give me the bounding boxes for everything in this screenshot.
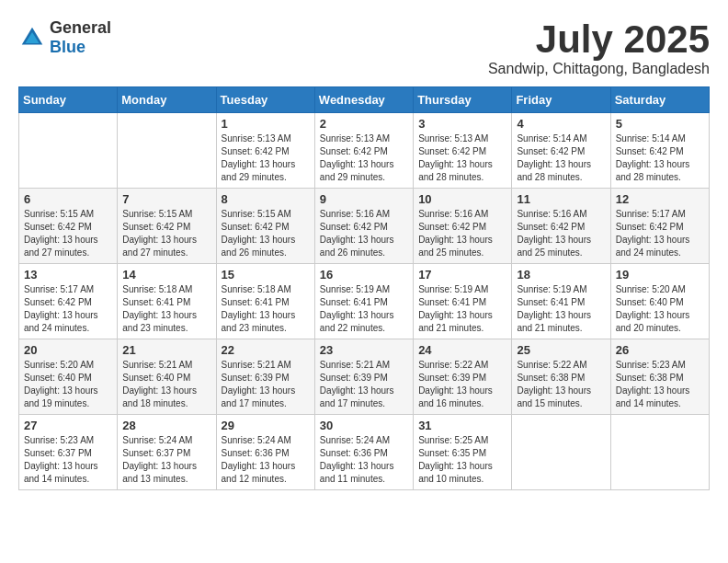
calendar-cell: 28Sunrise: 5:24 AM Sunset: 6:37 PM Dayli… (118, 415, 216, 490)
day-number: 7 (122, 192, 210, 206)
day-info: Sunrise: 5:16 AM Sunset: 6:42 PM Dayligh… (517, 208, 605, 259)
day-info: Sunrise: 5:24 AM Sunset: 6:36 PM Dayligh… (222, 434, 310, 486)
calendar-week-row: 1Sunrise: 5:13 AM Sunset: 6:42 PM Daylig… (19, 113, 710, 189)
location-text: Sandwip, Chittagong, Bangladesh (488, 61, 710, 77)
day-info: Sunrise: 5:13 AM Sunset: 6:42 PM Dayligh… (418, 132, 506, 184)
day-info: Sunrise: 5:20 AM Sunset: 6:40 PM Dayligh… (616, 283, 704, 335)
logo-icon (18, 24, 46, 52)
day-number: 4 (517, 117, 605, 131)
day-number: 3 (418, 117, 506, 131)
calendar-cell: 10Sunrise: 5:16 AM Sunset: 6:42 PM Dayli… (414, 189, 512, 264)
weekday-header-wednesday: Wednesday (314, 87, 413, 113)
day-number: 17 (418, 268, 506, 282)
day-number: 9 (320, 192, 408, 206)
calendar-cell: 12Sunrise: 5:17 AM Sunset: 6:42 PM Dayli… (610, 189, 709, 264)
day-info: Sunrise: 5:16 AM Sunset: 6:42 PM Dayligh… (320, 208, 408, 259)
weekday-header-row: SundayMondayTuesdayWednesdayThursdayFrid… (19, 87, 710, 113)
day-info: Sunrise: 5:20 AM Sunset: 6:40 PM Dayligh… (24, 359, 112, 410)
calendar-cell (512, 415, 610, 490)
day-number: 18 (517, 268, 605, 282)
calendar-cell: 31Sunrise: 5:25 AM Sunset: 6:35 PM Dayli… (414, 415, 512, 490)
day-number: 12 (616, 192, 704, 206)
month-year-title: July 2025 (488, 18, 710, 61)
calendar-cell: 1Sunrise: 5:13 AM Sunset: 6:42 PM Daylig… (216, 113, 314, 189)
day-number: 29 (222, 419, 310, 432)
day-number: 14 (122, 268, 210, 282)
day-number: 27 (24, 419, 112, 432)
day-info: Sunrise: 5:19 AM Sunset: 6:41 PM Dayligh… (320, 283, 408, 335)
day-number: 10 (418, 192, 506, 206)
calendar-cell: 23Sunrise: 5:21 AM Sunset: 6:39 PM Dayli… (314, 339, 413, 415)
day-info: Sunrise: 5:13 AM Sunset: 6:42 PM Dayligh… (320, 132, 408, 184)
day-info: Sunrise: 5:21 AM Sunset: 6:39 PM Dayligh… (222, 359, 310, 410)
day-number: 21 (122, 343, 210, 357)
day-number: 11 (517, 192, 605, 206)
day-number: 25 (517, 343, 605, 357)
calendar-cell: 20Sunrise: 5:20 AM Sunset: 6:40 PM Dayli… (19, 339, 118, 415)
day-info: Sunrise: 5:24 AM Sunset: 6:37 PM Dayligh… (122, 434, 210, 486)
calendar-cell: 19Sunrise: 5:20 AM Sunset: 6:40 PM Dayli… (610, 264, 709, 339)
day-info: Sunrise: 5:19 AM Sunset: 6:41 PM Dayligh… (517, 283, 605, 335)
calendar-cell: 11Sunrise: 5:16 AM Sunset: 6:42 PM Dayli… (512, 189, 610, 264)
calendar-cell: 2Sunrise: 5:13 AM Sunset: 6:42 PM Daylig… (314, 113, 413, 189)
day-info: Sunrise: 5:17 AM Sunset: 6:42 PM Dayligh… (24, 283, 112, 335)
day-number: 15 (222, 268, 310, 282)
calendar-cell: 29Sunrise: 5:24 AM Sunset: 6:36 PM Dayli… (216, 415, 314, 490)
day-number: 30 (320, 419, 408, 432)
day-number: 19 (616, 268, 704, 282)
day-info: Sunrise: 5:25 AM Sunset: 6:35 PM Dayligh… (418, 434, 506, 486)
calendar-cell: 9Sunrise: 5:16 AM Sunset: 6:42 PM Daylig… (314, 189, 413, 264)
weekday-header-monday: Monday (118, 87, 216, 113)
day-info: Sunrise: 5:23 AM Sunset: 6:38 PM Dayligh… (616, 359, 704, 410)
calendar-cell: 25Sunrise: 5:22 AM Sunset: 6:38 PM Dayli… (512, 339, 610, 415)
calendar-week-row: 6Sunrise: 5:15 AM Sunset: 6:42 PM Daylig… (19, 189, 710, 264)
calendar-cell: 26Sunrise: 5:23 AM Sunset: 6:38 PM Dayli… (610, 339, 709, 415)
calendar-cell: 21Sunrise: 5:21 AM Sunset: 6:40 PM Dayli… (118, 339, 216, 415)
day-number: 5 (616, 117, 704, 131)
day-info: Sunrise: 5:14 AM Sunset: 6:42 PM Dayligh… (517, 132, 605, 184)
calendar-cell: 30Sunrise: 5:24 AM Sunset: 6:36 PM Dayli… (314, 415, 413, 490)
calendar-cell: 3Sunrise: 5:13 AM Sunset: 6:42 PM Daylig… (414, 113, 512, 189)
day-number: 8 (222, 192, 310, 206)
calendar-cell: 15Sunrise: 5:18 AM Sunset: 6:41 PM Dayli… (216, 264, 314, 339)
calendar-cell: 5Sunrise: 5:14 AM Sunset: 6:42 PM Daylig… (610, 113, 709, 189)
day-number: 28 (122, 419, 210, 432)
calendar-cell: 4Sunrise: 5:14 AM Sunset: 6:42 PM Daylig… (512, 113, 610, 189)
day-info: Sunrise: 5:22 AM Sunset: 6:39 PM Dayligh… (418, 359, 506, 410)
logo-blue-text: Blue (50, 38, 85, 56)
calendar-cell (610, 415, 709, 490)
calendar-cell: 8Sunrise: 5:15 AM Sunset: 6:42 PM Daylig… (216, 189, 314, 264)
calendar-table: SundayMondayTuesdayWednesdayThursdayFrid… (18, 86, 710, 490)
day-info: Sunrise: 5:19 AM Sunset: 6:41 PM Dayligh… (418, 283, 506, 335)
weekday-header-thursday: Thursday (414, 87, 512, 113)
calendar-cell: 27Sunrise: 5:23 AM Sunset: 6:37 PM Dayli… (19, 415, 118, 490)
title-block: July 2025 Sandwip, Chittagong, Banglades… (488, 18, 710, 77)
day-number: 24 (418, 343, 506, 357)
day-info: Sunrise: 5:22 AM Sunset: 6:38 PM Dayligh… (517, 359, 605, 410)
day-info: Sunrise: 5:17 AM Sunset: 6:42 PM Dayligh… (616, 208, 704, 259)
day-number: 31 (418, 419, 506, 432)
calendar-week-row: 20Sunrise: 5:20 AM Sunset: 6:40 PM Dayli… (19, 339, 710, 415)
calendar-cell: 18Sunrise: 5:19 AM Sunset: 6:41 PM Dayli… (512, 264, 610, 339)
day-info: Sunrise: 5:15 AM Sunset: 6:42 PM Dayligh… (122, 208, 210, 259)
calendar-cell: 22Sunrise: 5:21 AM Sunset: 6:39 PM Dayli… (216, 339, 314, 415)
page-header: General Blue July 2025 Sandwip, Chittago… (18, 18, 710, 77)
day-info: Sunrise: 5:21 AM Sunset: 6:39 PM Dayligh… (320, 359, 408, 410)
day-number: 23 (320, 343, 408, 357)
weekday-header-saturday: Saturday (610, 87, 709, 113)
calendar-cell: 17Sunrise: 5:19 AM Sunset: 6:41 PM Dayli… (414, 264, 512, 339)
day-number: 20 (24, 343, 112, 357)
day-info: Sunrise: 5:13 AM Sunset: 6:42 PM Dayligh… (222, 132, 310, 184)
weekday-header-sunday: Sunday (19, 87, 118, 113)
calendar-cell: 16Sunrise: 5:19 AM Sunset: 6:41 PM Dayli… (314, 264, 413, 339)
day-number: 13 (24, 268, 112, 282)
day-info: Sunrise: 5:24 AM Sunset: 6:36 PM Dayligh… (320, 434, 408, 486)
day-number: 6 (24, 192, 112, 206)
day-info: Sunrise: 5:15 AM Sunset: 6:42 PM Dayligh… (24, 208, 112, 259)
logo-general-text: General (50, 18, 111, 37)
day-number: 2 (320, 117, 408, 131)
day-number: 16 (320, 268, 408, 282)
day-number: 1 (222, 117, 310, 131)
weekday-header-friday: Friday (512, 87, 610, 113)
day-info: Sunrise: 5:23 AM Sunset: 6:37 PM Dayligh… (24, 434, 112, 486)
